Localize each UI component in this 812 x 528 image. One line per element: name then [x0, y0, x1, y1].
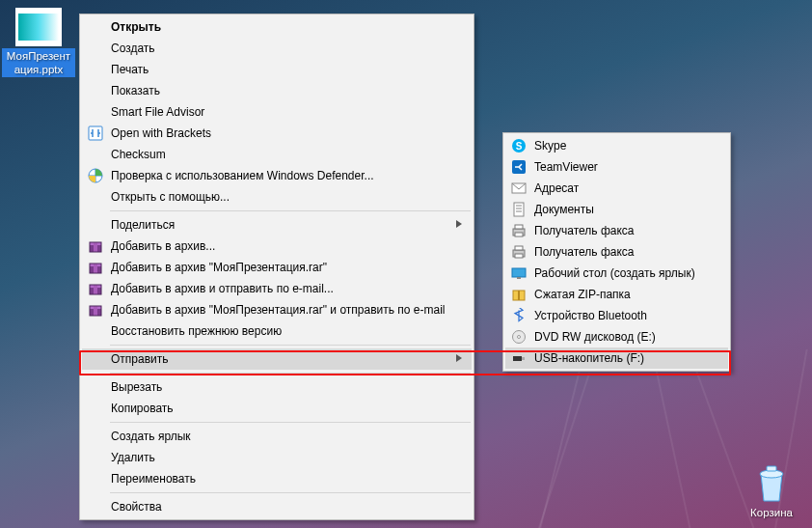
menu-item-label: Копировать [111, 402, 174, 415]
zip-icon [511, 287, 527, 302]
svg-rect-6 [94, 242, 97, 252]
svg-rect-31 [512, 268, 526, 277]
menu1-item[interactable]: Создать ярлык [82, 426, 472, 447]
desktop-file-label: МояПрезент ация.pptx [2, 48, 75, 77]
menu1-item[interactable]: Копировать [82, 398, 472, 419]
fax-icon [511, 223, 527, 238]
menu-item-label: Поделиться [111, 218, 175, 232]
menu-item-label: Удалить [111, 451, 155, 464]
menu1-item[interactable]: Показать [82, 80, 472, 101]
menu-item-label: Переименовать [111, 472, 196, 486]
rar-icon [88, 238, 103, 254]
menu-item-label: Проверка с использованием Windows Defend… [111, 169, 374, 182]
menu-item-label: Рабочий стол (создать ярлык) [534, 266, 695, 280]
rar-icon [88, 281, 103, 296]
menu2-item[interactable]: SSkype [505, 135, 728, 156]
menu1-item[interactable]: Добавить в архив "МояПрезентация.rar" и … [82, 299, 472, 320]
menu1-item[interactable]: Открыть [82, 16, 472, 38]
menu-separator [110, 210, 471, 211]
menu2-item[interactable]: Сжатая ZIP-папка [505, 284, 728, 305]
dvd-icon [511, 329, 527, 345]
menu-item-label: Добавить в архив... [111, 239, 215, 253]
menu-item-label: Добавить в архив "МояПрезентация.rar" [111, 261, 327, 274]
menu-item-label: Создать ярлык [111, 430, 191, 443]
usb-icon [511, 350, 527, 366]
menu2-item[interactable]: Адресат [505, 178, 728, 199]
svg-rect-18 [94, 306, 97, 316]
menu-item-label: Open with Brackets [111, 126, 211, 140]
menu1-item[interactable]: Smart File Advisor [82, 101, 472, 123]
recycle-bin-icon [752, 462, 791, 505]
menu-item-label: TeamViewer [534, 160, 598, 174]
menu1-item[interactable]: Вырезать [82, 376, 472, 398]
menu2-item[interactable]: TeamViewer [505, 156, 728, 178]
svg-rect-34 [518, 291, 520, 300]
svg-point-36 [518, 336, 521, 339]
menu-item-label: Отправить [111, 352, 169, 366]
bt-icon [511, 308, 527, 323]
menu-separator [110, 422, 471, 423]
menu1-item[interactable]: Проверка с использованием Windows Defend… [82, 165, 472, 186]
docs-icon [511, 202, 527, 217]
menu1-item[interactable]: Переименовать [82, 468, 472, 489]
menu1-item[interactable]: Открыть с помощью... [82, 186, 472, 208]
context-menu-sendto: SSkypeTeamViewerАдресатДокументыПолучате… [502, 132, 731, 372]
menu1-item[interactable]: Печать [82, 59, 472, 80]
pptx-icon [15, 8, 62, 46]
menu-item-label: Адресат [534, 181, 579, 195]
menu1-item[interactable]: Удалить [82, 447, 472, 468]
menu-item-label: Checksum [111, 148, 166, 161]
menu1-item[interactable]: Отправить [82, 348, 472, 370]
menu1-item[interactable]: Добавить в архив "МояПрезентация.rar" [82, 257, 472, 278]
menu-item-label: Открыть с помощью... [111, 190, 230, 204]
svg-rect-38 [522, 357, 525, 360]
menu1-item[interactable]: Восстановить прежнюю версию [82, 320, 472, 342]
desktop-bin-label: Корзина [748, 505, 795, 520]
menu2-item[interactable]: Получатель факса [505, 241, 728, 263]
brackets-icon [88, 125, 103, 141]
svg-rect-29 [515, 246, 523, 250]
menu-separator [110, 373, 471, 374]
menu2-item[interactable]: Документы [505, 199, 728, 220]
menu-item-label: Вырезать [111, 380, 162, 394]
menu-item-label: Получатель факса [534, 224, 635, 237]
fax-icon [511, 244, 527, 260]
menu-item-label: Получатель факса [534, 245, 635, 259]
desktop-file-pptx[interactable]: МояПрезент ация.pptx [2, 8, 75, 77]
svg-rect-32 [517, 277, 521, 279]
menu-item-label: Создать [111, 42, 155, 55]
skype-icon: S [511, 138, 527, 153]
menu1-item[interactable]: Поделиться [82, 214, 472, 236]
menu1-item[interactable]: Свойства [82, 496, 472, 517]
menu-item-label: Открыть [111, 20, 161, 34]
desktop-recycle-bin[interactable]: Корзина [735, 462, 808, 520]
svg-rect-37 [513, 356, 522, 361]
menu-item-label: USB-накопитель (F:) [534, 351, 644, 365]
menu1-item[interactable]: Добавить в архив и отправить по e-mail..… [82, 278, 472, 299]
defender-icon [88, 168, 103, 183]
menu1-item[interactable]: Создать [82, 38, 472, 59]
menu-item-label: Устройство Bluetooth [534, 309, 647, 322]
menu2-item[interactable]: Устройство Bluetooth [505, 305, 728, 326]
mail-icon [511, 181, 527, 196]
submenu-arrow-icon [456, 353, 466, 363]
submenu-arrow-icon [456, 219, 466, 229]
menu-item-label: Показать [111, 84, 160, 97]
menu-item-label: Документы [534, 203, 594, 216]
menu1-item[interactable]: Добавить в архив... [82, 236, 472, 257]
menu2-item[interactable]: Получатель факса [505, 220, 728, 241]
menu-item-label: Smart File Advisor [111, 105, 204, 119]
menu-item-label: Skype [534, 139, 566, 153]
menu2-item[interactable]: USB-накопитель (F:) [505, 347, 728, 369]
menu1-item[interactable]: Open with Brackets [82, 123, 472, 144]
svg-rect-14 [94, 285, 97, 294]
menu-item-label: Восстановить прежнюю версию [111, 324, 282, 338]
menu2-item[interactable]: DVD RW дисковод (E:) [505, 326, 728, 347]
rar-icon [88, 302, 103, 318]
menu2-item[interactable]: Рабочий стол (создать ярлык) [505, 263, 728, 284]
svg-rect-10 [94, 264, 97, 273]
menu1-item[interactable]: Checksum [82, 144, 472, 165]
svg-text:S: S [516, 141, 523, 152]
svg-rect-24 [514, 203, 524, 216]
svg-rect-1 [767, 466, 776, 471]
